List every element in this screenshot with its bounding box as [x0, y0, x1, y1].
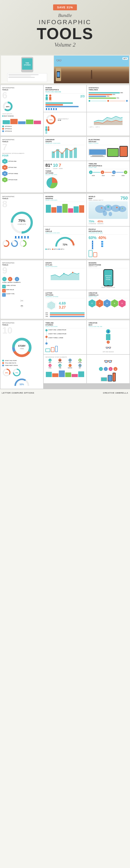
umbrella-subtitle: UMBRELLA	[88, 294, 128, 296]
svg-point-43	[63, 273, 64, 274]
stat-33: 33%	[45, 100, 48, 101]
section-6: INFOGRAPHIC TOOLS 6 68% LIGHT QUALITY BE…	[0, 85, 130, 136]
story-ele-label: INFOGRAPHIC STORY ELEMENTS	[45, 356, 85, 358]
half-ring-50: 50%	[2, 378, 42, 387]
world-map-subtitle: MAP	[88, 197, 103, 199]
three-options-cell: 81° ANGLE 10 COUNT 7 ITEMS THREE OPTIONS…	[44, 161, 86, 192]
letter-percent-bars: 26% 70% 78%	[45, 312, 85, 317]
creative-box-cell: CREATIVE BOX TOOLS FOR THE JOB 👤 ✓ 👓 APP…	[87, 320, 130, 354]
watermark-left: LETTER CoMPARE OPTIONS	[1, 391, 35, 395]
preview-row: TIMESTORIES 10°7'	[0, 55, 130, 84]
svg-point-44	[72, 272, 73, 273]
tools-9-sublabel: TOOLS	[2, 264, 42, 266]
devices-title: ELECTRONIC	[88, 139, 128, 141]
stat-81: 81°	[45, 163, 52, 168]
umbrella-title: CREATIVE	[88, 292, 128, 294]
tools-8-cell: INFOGRAPHIC TOOLS 8 75% COMPLETE 👤 👤 👤 👤…	[0, 194, 43, 259]
stat-10-label: COUNT	[53, 168, 58, 169]
tools-7-number: 7	[2, 143, 42, 152]
tools-10-number: 10	[2, 326, 42, 335]
svg-point-18	[71, 150, 71, 151]
modern-graphs-cell: MODERN GRAPHS SHOW YOUR DATA	[44, 194, 86, 226]
header-section: SAVE 31% Bundle INFOGRAPHIC TOOLS Volume…	[0, 0, 130, 55]
world-map-visual	[88, 201, 128, 219]
preview-photo: 10°7' 👓	[54, 56, 129, 83]
map-stat-75-label: COVERAGE	[88, 223, 96, 224]
tools-7-label: INFOGRAPHIC	[2, 139, 42, 141]
stats-title: STATISTICS	[88, 87, 128, 89]
stat-327: 3.27	[59, 305, 66, 309]
letter-stats: 4.69 3.27	[45, 299, 85, 311]
letter-subtitle: OPTIONS	[45, 294, 85, 296]
people-stats: 60% 👤 👤 👤 👤 40% 👥 👥 👥	[88, 236, 128, 249]
human-infographics-cell: HUMAN INFOGRAPHICS PEOPLE ARE AWESOME 33…	[44, 85, 86, 112]
ring-35: 35%	[2, 368, 11, 377]
people-comparison	[45, 126, 85, 134]
stat-7: 7	[59, 163, 63, 168]
modern-graphs-tag: SHOW YOUR DATA	[45, 199, 85, 201]
map-stat-45-label: GROWTH	[97, 223, 103, 224]
area-chart	[88, 114, 128, 125]
statistics-timelines-cell: STATISTICS TIMELINES 80% 60% 45%	[87, 85, 130, 112]
timeline-dots	[88, 100, 128, 102]
letter-compare-label: LETTER CoMPARE OPTIONS	[2, 392, 34, 394]
three-title: THREE	[45, 170, 85, 172]
half-circle-chart: 72%	[45, 236, 85, 248]
volume-label: Volume 2	[2, 41, 128, 48]
app-label: APP AND DESIGN	[88, 351, 128, 352]
letter-tag: COMPARE OPTIONS	[45, 296, 85, 297]
tools-8-label: INFOGRAPHIC	[2, 195, 42, 197]
svg-point-38	[107, 206, 109, 208]
smartphones-comparison	[88, 250, 128, 257]
mini-bar-chart	[2, 118, 42, 124]
donut-svg-10: STORY TIME	[11, 336, 33, 359]
svg-point-16	[62, 153, 62, 154]
light-bulb-label: LIGHT QUALITY	[2, 113, 42, 115]
tools-9-cell: INFOGRAPHIC TOOLS 9 ✓ CLEAN ★ DESIGN ♦ E…	[0, 260, 43, 319]
stats-extra-cell: ○ OPT 1 ○ OPT 2	[87, 112, 130, 135]
creative-umbrella-cell: CREATIVE UMBRELLA KEEP IT TIDY C U B O X	[87, 290, 130, 319]
infographic-tools-6-cell: INFOGRAPHIC TOOLS 6 68% LIGHT QUALITY BE…	[0, 85, 43, 135]
option-four: FOUR	[2, 154, 42, 157]
tools-8-sublabel: TOOLS	[2, 197, 42, 199]
svg-point-40	[122, 208, 123, 209]
svg-point-14	[53, 152, 54, 153]
mini-chart-1: 68%	[2, 101, 13, 112]
modern-graphs-subtitle: GRAPHS	[45, 197, 85, 199]
line-bar-title: LINE&BAR	[45, 139, 85, 141]
timeline-stories-subtitle: STORIES	[45, 324, 85, 326]
stat-7-label: ITEMS	[59, 168, 63, 169]
glasses-icon: 👓	[88, 345, 128, 351]
stat-label-1: BEST RANKING	[4, 115, 14, 117]
story-bar-chart	[45, 369, 85, 377]
devices-subtitle: DEVICES	[88, 141, 128, 143]
human-extra-cell: 74% APPROXIMATELY 14 42	[44, 112, 86, 135]
mini-ring-2	[11, 240, 19, 247]
ring-75: 75%	[12, 368, 21, 377]
page: SAVE 31% Bundle INFOGRAPHIC TOOLS Volume…	[0, 0, 130, 397]
timeline-stories-title: TIMELINE	[45, 322, 85, 324]
section-8: INFOGRAPHIC TOOLS 8 75% COMPLETE 👤 👤 👤 👤…	[0, 193, 130, 259]
half-ring-svg: 50%	[14, 378, 29, 387]
horizontal-timeline: 1 2 3 4	[88, 170, 128, 174]
graph-styles-cell: GRAPH STYLES SHOW YOUR DATA	[44, 260, 86, 290]
line-bar-subtitle: GRAPH	[45, 141, 85, 143]
half-circle-title: HALF	[45, 228, 85, 230]
mini-elements-8	[2, 240, 42, 247]
tools-10-label: INFOGRAPHIC	[2, 322, 42, 324]
data-num-1: 14 42	[58, 120, 69, 121]
fraction-2-3: 2/3	[80, 94, 85, 98]
section-7: INFOGRAPHIC TOOLS 7 INFOGRAPHIC OPTION E…	[0, 136, 130, 193]
svg-text:72%: 72%	[62, 243, 68, 246]
svg-point-32	[104, 205, 112, 211]
large-donut-10: STORY TIME	[2, 336, 42, 359]
tools-label: TOOLS	[2, 26, 128, 41]
human-subtitle: INFOGRAPHICS	[45, 89, 85, 91]
svg-marker-48	[47, 302, 55, 309]
svg-text:68%: 68%	[6, 106, 9, 108]
stats-bars: 80% 60% 45% 70%	[88, 92, 128, 99]
timeline-stories-tag: THAT'S THE STORY	[45, 326, 85, 327]
story-elements-cell: INFOGRAPHIC STORY ELEMENTS ✉ MAIL 📷 PHOT…	[44, 355, 86, 383]
svg-point-19	[75, 148, 76, 149]
svg-text:COMPLETE: COMPLETE	[18, 223, 26, 225]
